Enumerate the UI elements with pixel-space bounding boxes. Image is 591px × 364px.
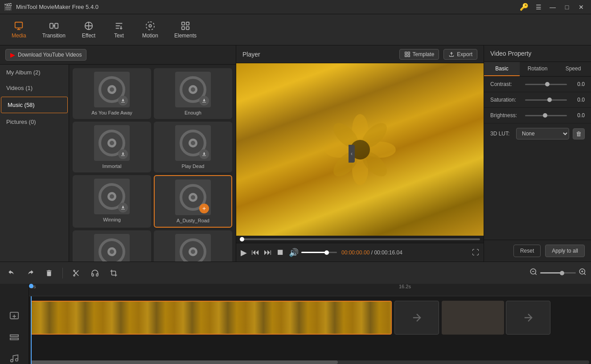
saturation-thumb[interactable]: [547, 98, 552, 102]
download-youtube-button[interactable]: ▶ Download YouTube Videos: [5, 49, 86, 61]
add-media-button[interactable]: [8, 311, 21, 323]
titlebar-controls: 🔑 ☰ — □ ✕: [518, 1, 587, 13]
zoom-slider[interactable]: [540, 272, 576, 274]
progress-bar-area[interactable]: [236, 236, 484, 243]
next-frame-button[interactable]: ⏭: [264, 248, 272, 257]
zoom-out-icon: [529, 268, 538, 276]
tab-basic[interactable]: Basic: [484, 62, 520, 76]
sidebar-item-videos[interactable]: Videos (1): [0, 80, 69, 96]
media-item-as-you-fade-away[interactable]: As You Fade Away: [73, 68, 151, 119]
download-button[interactable]: [199, 149, 209, 159]
svg-rect-7: [182, 26, 185, 29]
volume-slider[interactable]: [301, 252, 337, 253]
download-button[interactable]: [118, 96, 128, 106]
play-button[interactable]: ▶: [241, 248, 247, 258]
zoom-thumb[interactable]: [560, 271, 564, 275]
motion-icon: [145, 21, 155, 31]
media-item-7[interactable]: [73, 230, 151, 262]
maximize-button[interactable]: □: [561, 1, 573, 13]
tab-speed[interactable]: Speed: [555, 62, 591, 76]
crop-button[interactable]: [107, 266, 121, 280]
media-thumb: [175, 125, 211, 161]
brightness-slider[interactable]: [525, 115, 567, 116]
close-button[interactable]: ✕: [575, 1, 587, 13]
export-icon: [448, 51, 455, 57]
download-button[interactable]: [199, 96, 209, 106]
stop-button[interactable]: ⏹: [276, 248, 284, 257]
video-property-title: Video Property: [484, 45, 591, 62]
transition-clip-2[interactable]: [506, 301, 550, 335]
redo-button[interactable]: [23, 266, 37, 280]
timeline-scrollbar[interactable]: [31, 360, 589, 364]
add-track-button[interactable]: [8, 331, 21, 344]
media-item-play-dead[interactable]: Play Dead: [154, 122, 232, 172]
template-button[interactable]: Template: [399, 49, 439, 60]
media-item-winning[interactable]: Winning: [73, 175, 151, 228]
undo-button[interactable]: [4, 266, 19, 280]
reset-button[interactable]: Reset: [513, 245, 541, 257]
media-item-a-dusty-road[interactable]: A_Dusty_Road: [154, 175, 232, 228]
tab-rotation[interactable]: Rotation: [520, 62, 555, 76]
lut-delete-button[interactable]: 🗑: [573, 128, 585, 139]
media-thumb: [94, 125, 130, 161]
toolbar-transition[interactable]: Transition: [36, 18, 72, 41]
video-property-panel: Video Property Basic Rotation Speed Cont…: [484, 45, 591, 262]
download-button[interactable]: [118, 203, 128, 213]
brightness-thumb[interactable]: [543, 113, 547, 118]
prev-frame-button[interactable]: ⏮: [251, 248, 259, 257]
toolbar-media[interactable]: Media: [5, 18, 33, 41]
sidebar-item-music[interactable]: Music (58): [1, 97, 68, 113]
timeline-content: 0s 16.2s: [29, 284, 591, 364]
contrast-slider[interactable]: [525, 84, 567, 85]
progress-track[interactable]: [240, 238, 480, 240]
delete-button[interactable]: [42, 266, 56, 280]
lut-select[interactable]: None: [516, 128, 569, 139]
svg-rect-11: [405, 55, 406, 57]
sidebar-item-pictures[interactable]: Pictures (0): [0, 114, 69, 130]
svg-point-33: [11, 359, 13, 362]
zoom-in-button[interactable]: [579, 268, 587, 278]
volume-area: 🔊: [289, 248, 337, 258]
audio-button[interactable]: [88, 266, 102, 280]
toolbar-text[interactable]: Text: [106, 18, 132, 41]
download-button[interactable]: [118, 149, 128, 159]
media-thumb: [94, 72, 130, 107]
license-button[interactable]: 🔑: [518, 1, 530, 13]
media-item-8[interactable]: [154, 230, 232, 262]
timeline-playhead[interactable]: [31, 296, 32, 364]
panel-collapse-arrow[interactable]: ‹: [349, 145, 355, 163]
hamburger-button[interactable]: ☰: [532, 1, 545, 13]
toolbar-effect[interactable]: Effect: [75, 18, 102, 41]
export-button[interactable]: Export: [443, 49, 477, 60]
toolbar-elements[interactable]: Elements: [168, 18, 203, 41]
fullscreen-button[interactable]: ⛶: [472, 249, 479, 257]
volume-icon[interactable]: 🔊: [289, 248, 299, 258]
add-to-timeline-button[interactable]: [199, 204, 209, 213]
video-clip-2[interactable]: [442, 301, 504, 335]
timeline-tracks: [29, 296, 591, 364]
undo-icon: [8, 269, 16, 277]
video-clip[interactable]: [31, 301, 392, 335]
saturation-slider[interactable]: [525, 99, 567, 101]
apply-all-button[interactable]: Apply to all: [545, 245, 585, 257]
svg-rect-0: [15, 22, 23, 28]
media-thumb: [175, 234, 211, 262]
progress-thumb[interactable]: [240, 237, 244, 241]
scissors-button[interactable]: [69, 266, 83, 280]
contrast-thumb[interactable]: [545, 82, 550, 86]
media-item-immortal[interactable]: Immortal: [73, 122, 151, 172]
timeline-scroll-fill: [31, 360, 338, 364]
zoom-out-button[interactable]: [529, 268, 538, 278]
toolbar-motion[interactable]: Motion: [136, 18, 164, 41]
player-title: Player: [242, 51, 260, 58]
media-item-enough[interactable]: Enough: [154, 68, 232, 119]
minimize-button[interactable]: —: [546, 1, 559, 13]
app-title: MiniTool MovieMaker Free 5.4.0: [16, 4, 98, 10]
contrast-row: Contrast: 0.0: [484, 77, 591, 92]
transition-clip-1[interactable]: [394, 301, 439, 335]
audio-track-button[interactable]: [8, 352, 21, 364]
player-header: Player Template Export: [236, 45, 484, 63]
volume-thumb[interactable]: [324, 250, 329, 255]
contrast-label: Contrast:: [490, 81, 521, 87]
sidebar-item-my-album[interactable]: My Album (2): [0, 65, 69, 80]
